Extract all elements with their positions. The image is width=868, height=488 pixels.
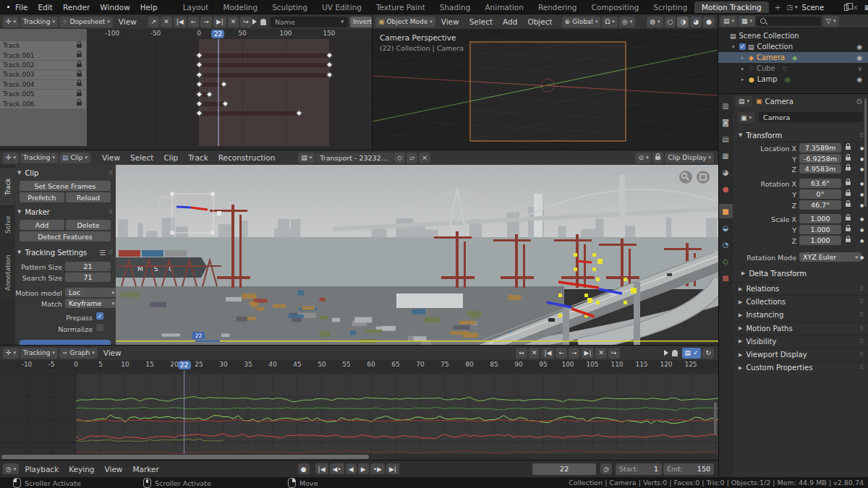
- transform-value-field[interactable]: 46.7°: [799, 200, 841, 210]
- lock-icon[interactable]: [846, 146, 851, 150]
- tracking-settings-panel-header[interactable]: ▼ Tracking Settings ☰ ⠿: [17, 247, 113, 257]
- dopesheet-tool-icon-1[interactable]: ✕: [161, 17, 172, 27]
- properties-tab-tool[interactable]: ▥: [718, 98, 733, 113]
- timeline-menu-view[interactable]: View: [100, 465, 128, 474]
- dopesheet-view-menu[interactable]: View: [114, 17, 142, 26]
- graph-canvas[interactable]: [0, 370, 718, 454]
- lock-icon[interactable]: [846, 167, 851, 171]
- match-dropdown[interactable]: Keyframe▾: [65, 299, 118, 308]
- graph-ruler[interactable]: -10-505101520253035404550556065707580859…: [0, 360, 718, 370]
- timeline-editor-icon[interactable]: ◷▾: [3, 463, 19, 474]
- play-button[interactable]: ▶: [358, 463, 369, 474]
- frame-start-field[interactable]: Start:1: [616, 463, 662, 475]
- jump-to-start-button[interactable]: |◀: [315, 463, 328, 474]
- timeline-menu-marker[interactable]: Marker: [127, 465, 163, 474]
- dopesheet-mode-dropdown[interactable]: Tracking▾: [20, 17, 58, 27]
- visibility-eye-closed-icon[interactable]: ∨: [857, 65, 862, 72]
- workspace-tab-animation[interactable]: Animation: [477, 1, 531, 13]
- workspace-tab-compositing[interactable]: Compositing: [584, 1, 647, 13]
- channel-row-track-005[interactable]: Track.005: [0, 90, 86, 99]
- expand-arrow-icon[interactable]: ▸: [741, 55, 749, 61]
- workspace-tab-uv-editing[interactable]: UV Editing: [315, 1, 369, 13]
- search-size-field[interactable]: 71: [65, 273, 111, 282]
- properties-tab-world[interactable]: ●: [718, 181, 733, 196]
- transform-panel-header[interactable]: ▼ Transform ⠿: [733, 129, 868, 142]
- auto-keyframe-record-button[interactable]: ●: [298, 463, 310, 474]
- workspace-tab-texture-paint[interactable]: Texture Paint: [369, 1, 433, 13]
- panel-viewport-display[interactable]: ▶Viewport Display⠿: [733, 348, 868, 361]
- menu-window[interactable]: Window: [95, 3, 135, 12]
- zoom-region-gizmo-icon[interactable]: [697, 171, 710, 184]
- open-clip-folder-icon[interactable]: ▱: [407, 153, 417, 163]
- animate-dot[interactable]: ●: [860, 166, 864, 171]
- lock-icon[interactable]: [77, 44, 82, 48]
- animate-dot[interactable]: ●: [860, 227, 864, 232]
- fake-user-shield-icon[interactable]: ◇: [394, 153, 405, 163]
- graph-tool-icon-0[interactable]: ↔: [516, 348, 527, 359]
- current-frame-indicator[interactable]: 22: [178, 361, 191, 369]
- collection-checkbox[interactable]: ✓: [739, 43, 746, 50]
- transform-value-field[interactable]: 1.000: [799, 214, 841, 223]
- channel-row-track-002[interactable]: Track.002: [0, 61, 86, 70]
- unlink-clip-icon[interactable]: ×: [419, 153, 430, 163]
- graph-tool-icon-6[interactable]: ✕: [595, 348, 607, 359]
- scene-icon[interactable]: ◳: [787, 4, 793, 11]
- clip-menu-view[interactable]: View: [97, 153, 125, 162]
- channel-row-track[interactable]: Track: [0, 41, 86, 51]
- lock-icon[interactable]: [77, 93, 82, 96]
- properties-scrollbar[interactable]: [864, 98, 867, 207]
- clip-panel-header[interactable]: ▼ Clip ⠿: [17, 168, 113, 178]
- workspace-tab-sculpting[interactable]: Sculpting: [265, 1, 315, 13]
- next-keyframe-button[interactable]: •▶: [370, 463, 385, 474]
- object-mode-dropdown[interactable]: ▣Object Mode▾: [375, 17, 435, 27]
- presets-list-icon[interactable]: ☰: [99, 249, 106, 257]
- dopesheet-tool-icon-0[interactable]: ↗: [148, 17, 160, 27]
- viewport-menu-object[interactable]: Object: [522, 17, 557, 26]
- properties-tab-constraints[interactable]: ◒: [718, 221, 733, 235]
- editor-type-button[interactable]: ✛▾: [3, 348, 19, 359]
- normalize-checkbox[interactable]: [96, 324, 103, 331]
- shading-wireframe-icon[interactable]: ○: [665, 17, 676, 27]
- lock-icon[interactable]: [846, 203, 851, 207]
- clip-canvas[interactable]: M S C: [116, 165, 718, 346]
- panel-visibility[interactable]: ▶Visibility⠿: [733, 335, 868, 348]
- snap-magnet-icon[interactable]: Ω▾: [602, 17, 617, 27]
- transform-value-field[interactable]: 1.000: [799, 236, 841, 245]
- graph-hscrollbar[interactable]: [1, 455, 369, 459]
- properties-tab-object[interactable]: ■: [718, 204, 733, 218]
- current-frame-field[interactable]: 22: [532, 463, 596, 475]
- graph-tool-icon-2[interactable]: |◀: [541, 348, 554, 359]
- outliner-row-lamp[interactable]: ▸●Lamp◎◉: [718, 74, 868, 85]
- reload-button[interactable]: Reload: [66, 192, 111, 202]
- dopesheet-ruler[interactable]: -100-5005010015022: [87, 29, 373, 39]
- previous-keyframe-button[interactable]: ◀•: [330, 463, 344, 474]
- shading-material-icon[interactable]: ◕: [690, 17, 702, 27]
- lock-icon[interactable]: [846, 157, 851, 160]
- properties-tab-output[interactable]: ▤: [718, 132, 733, 146]
- transform-value-field[interactable]: 4.9583m: [799, 164, 841, 174]
- current-frame-indicator[interactable]: 22: [211, 30, 224, 38]
- panel-motion-paths[interactable]: ▶Motion Paths⠿: [733, 322, 868, 335]
- dopesheet-tool-icon-7[interactable]: ↪: [240, 17, 252, 27]
- expand-arrow-icon[interactable]: ▾: [732, 44, 739, 50]
- graph-tool-icon-4[interactable]: →: [569, 348, 580, 359]
- transform-value-field[interactable]: 63.6°: [799, 179, 841, 188]
- transform-value-field[interactable]: -6.9258m: [799, 154, 841, 163]
- pattern-size-field[interactable]: 21: [65, 262, 111, 271]
- lock-icon[interactable]: [846, 217, 851, 221]
- playhead[interactable]: [218, 39, 219, 146]
- marker-panel-header[interactable]: ▼ Marker ⠿: [17, 207, 113, 217]
- menu-edit[interactable]: Edit: [33, 3, 58, 12]
- outliner-row-scene-collection[interactable]: ▤Scene Collection: [718, 30, 868, 41]
- scene-unlink-icon[interactable]: ×: [852, 4, 858, 12]
- transform-value-field[interactable]: 0°: [799, 189, 841, 199]
- dopesheet-tool-icon-3[interactable]: ←: [188, 17, 200, 27]
- animate-dot[interactable]: ●: [860, 145, 864, 150]
- outliner-row-collection[interactable]: ▾✓▤Collection◉: [718, 41, 868, 52]
- panel-collections[interactable]: ▶Collections⠿: [733, 295, 868, 308]
- visibility-eye-icon[interactable]: ◉: [856, 76, 862, 83]
- scene-copy-icon[interactable]: [844, 4, 848, 11]
- graph-tool-icon-5[interactable]: ▶|: [581, 348, 594, 359]
- transform-value-field[interactable]: 7.3589m: [799, 143, 841, 153]
- lock-icon[interactable]: [77, 64, 82, 67]
